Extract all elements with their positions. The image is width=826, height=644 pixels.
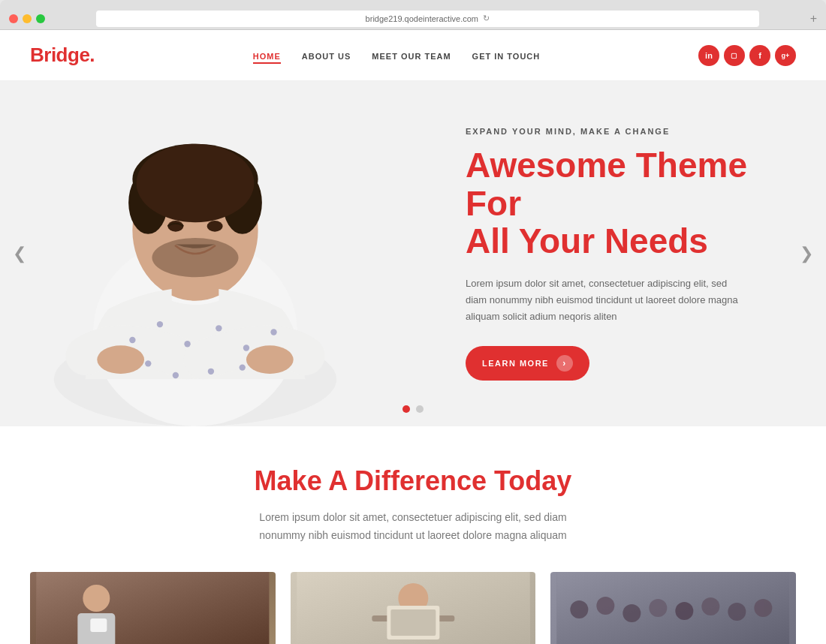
hero-person-image	[23, 81, 368, 426]
logo[interactable]: Bridge.	[30, 44, 95, 67]
new-tab-button[interactable]: +	[810, 13, 817, 25]
hero-content: EXPAND YOUR MIND, MAKE A CHANGE Awesome …	[466, 127, 751, 381]
maximize-button[interactable]	[36, 14, 45, 23]
nav-link-contact[interactable]: GET IN TOUCH	[472, 52, 541, 61]
svg-rect-25	[36, 572, 269, 644]
card-image-2	[291, 572, 536, 644]
cta-label: LEARN MORE	[482, 359, 549, 368]
svg-point-22	[97, 345, 144, 374]
svg-point-13	[184, 341, 190, 347]
traffic-lights	[9, 14, 45, 23]
svg-point-41	[676, 602, 694, 620]
svg-point-15	[243, 345, 249, 351]
svg-point-18	[173, 372, 179, 378]
svg-point-23	[246, 345, 294, 374]
nav-item-about[interactable]: ABOUT US	[302, 49, 351, 62]
svg-point-14	[216, 325, 222, 331]
svg-point-37	[571, 600, 589, 618]
hero-title-line1: Awesome Theme For	[466, 146, 747, 223]
address-bar[interactable]: bridge219.qodeinteractive.com ↻	[96, 11, 759, 27]
learn-more-button[interactable]: LEARN MORE ›	[466, 346, 589, 381]
cards-row	[0, 572, 826, 644]
instagram-icon[interactable]: ▢	[724, 45, 745, 66]
section-intro: Make A Difference Today Lorem ipsum dolo…	[0, 426, 826, 572]
nav-link-about[interactable]: ABOUT US	[302, 52, 351, 61]
hero-title-line2: All Your Needs	[466, 221, 708, 260]
svg-point-12	[157, 321, 163, 327]
svg-point-43	[728, 603, 746, 621]
nav-item-home[interactable]: HOME	[253, 49, 281, 62]
svg-point-38	[597, 597, 615, 615]
svg-point-44	[755, 599, 773, 617]
svg-point-9	[207, 221, 223, 232]
hero-section: ❮	[0, 81, 826, 426]
svg-point-11	[129, 337, 135, 343]
svg-point-17	[145, 360, 151, 366]
hero-description: Lorem ipsum dolor sit amet, consectetuer…	[466, 275, 751, 325]
minimize-button[interactable]	[23, 14, 32, 23]
cta-arrow-icon: ›	[556, 355, 573, 372]
navigation: Bridge. HOME ABOUT US MEET OUR TEAM GET …	[0, 30, 826, 81]
chevron-left-icon: ❮	[13, 244, 26, 263]
close-button[interactable]	[9, 14, 18, 23]
chevron-right-icon: ❯	[800, 244, 813, 263]
section-title: Make A Difference Today	[30, 465, 796, 497]
facebook-icon[interactable]: f	[749, 45, 770, 66]
google-plus-icon[interactable]: g+	[775, 45, 796, 66]
svg-point-19	[208, 369, 214, 375]
slider-prev-button[interactable]: ❮	[6, 240, 33, 267]
card-image-1	[30, 572, 276, 644]
browser-chrome: bridge219.qodeinteractive.com ↻ +	[0, 0, 826, 30]
nav-item-team[interactable]: MEET OUR TEAM	[372, 49, 451, 62]
svg-point-40	[650, 599, 668, 617]
card-image-3	[550, 572, 796, 644]
hero-title: Awesome Theme For All Your Needs	[466, 146, 751, 260]
svg-rect-28	[90, 618, 107, 632]
slider-dot-1[interactable]	[402, 405, 410, 413]
refresh-icon[interactable]: ↻	[483, 14, 490, 23]
slider-next-button[interactable]: ❯	[793, 240, 820, 267]
slider-dots	[402, 405, 424, 413]
linkedin-icon[interactable]: in	[698, 45, 719, 66]
url-text: bridge219.qodeinteractive.com	[366, 14, 478, 23]
nav-link-home[interactable]: HOME	[253, 52, 281, 64]
person-illustration	[23, 81, 368, 426]
svg-rect-34	[390, 609, 436, 636]
social-icons: in ▢ f g+	[698, 45, 796, 66]
svg-point-20	[240, 364, 246, 370]
svg-point-42	[702, 597, 720, 615]
nav-link-team[interactable]: MEET OUR TEAM	[372, 52, 451, 61]
section-description: Lorem ipsum dolor sit amet, consectetuer…	[248, 509, 578, 545]
svg-point-16	[270, 329, 276, 335]
nav-links: HOME ABOUT US MEET OUR TEAM GET IN TOUCH	[253, 49, 540, 62]
hero-eyebrow: EXPAND YOUR MIND, MAKE A CHANGE	[466, 127, 751, 136]
svg-point-39	[623, 604, 641, 622]
slider-dot-2[interactable]	[416, 405, 424, 413]
website-container: Bridge. HOME ABOUT US MEET OUR TEAM GET …	[0, 30, 826, 644]
svg-point-10	[152, 238, 239, 277]
svg-point-8	[167, 221, 183, 232]
svg-point-26	[83, 585, 110, 612]
nav-item-contact[interactable]: GET IN TOUCH	[472, 49, 541, 62]
svg-point-7	[137, 144, 255, 223]
